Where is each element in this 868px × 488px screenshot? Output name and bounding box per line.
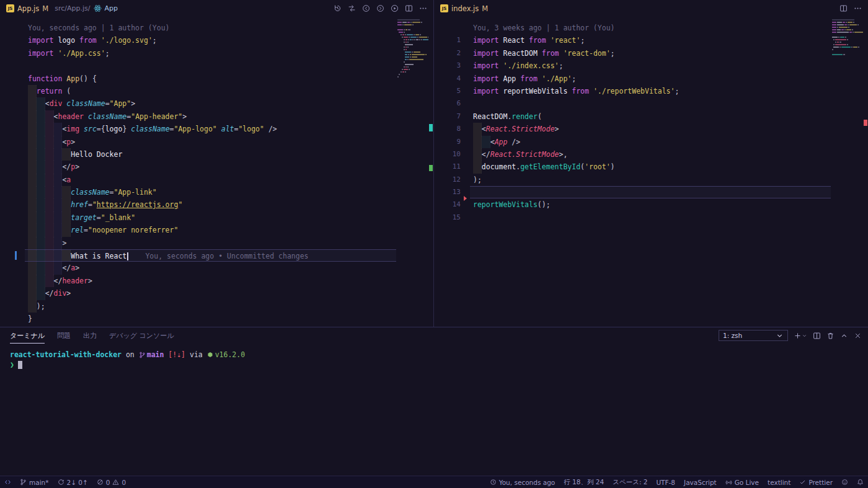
indentation-button[interactable]: スペース: 2: [608, 476, 652, 488]
app-js-line-13[interactable]: className="App-link": [0, 186, 396, 198]
problems-status-button[interactable]: 0 0: [92, 476, 130, 488]
app-js-line-1[interactable]: import logo from './logo.svg';: [0, 34, 396, 47]
minimap-left[interactable]: [396, 17, 428, 327]
index-js-line-15[interactable]: 15: [434, 211, 831, 224]
split-terminal-button[interactable]: [813, 332, 821, 340]
app-js-line-14[interactable]: href="https://reactjs.org": [0, 198, 396, 211]
gutter[interactable]: 8: [434, 123, 470, 135]
run-file-icon[interactable]: [391, 4, 399, 12]
remote-indicator-button[interactable]: [0, 476, 16, 488]
app-js-line-19[interactable]: </a>: [0, 262, 396, 274]
more-actions-icon[interactable]: [419, 4, 427, 12]
app-js-line-17[interactable]: >: [0, 237, 396, 249]
gutter[interactable]: [0, 97, 25, 110]
panel-tab-0[interactable]: ターミナル: [10, 327, 45, 344]
gutter[interactable]: [0, 22, 25, 34]
gutter[interactable]: [434, 22, 470, 34]
gutter[interactable]: 13: [434, 186, 470, 198]
gutter[interactable]: [0, 313, 25, 325]
blame-status-button[interactable]: You, seconds ago: [485, 476, 560, 488]
index-js-line-13[interactable]: 13: [434, 186, 831, 198]
textlint-status-button[interactable]: textlint: [763, 476, 795, 488]
index-js-line-9[interactable]: 9<App />: [434, 136, 831, 148]
breadcrumb-symbol[interactable]: App: [105, 4, 118, 12]
gutter[interactable]: [0, 85, 25, 97]
code-area-app-js[interactable]: You, seconds ago | 1 author (You)import …: [0, 17, 396, 327]
app-js-line-3[interactable]: [0, 60, 396, 72]
breadcrumb-path[interactable]: src/App.js/: [55, 4, 90, 12]
git-deleted-lines-marker[interactable]: [464, 196, 467, 201]
index-js-line-4[interactable]: 4import App from './App';: [434, 73, 831, 85]
breadcrumb[interactable]: src/App.js/ App: [55, 4, 118, 12]
gutter[interactable]: [0, 161, 25, 173]
app-js-line-15[interactable]: target="_blank": [0, 211, 396, 224]
index-js-line-7[interactable]: 7ReactDOM.render(: [434, 110, 831, 123]
gutter[interactable]: [0, 287, 25, 299]
close-panel-button[interactable]: [854, 332, 862, 340]
app-js-line-22[interactable]: );: [0, 300, 396, 313]
go-live-button[interactable]: Go Live: [721, 476, 763, 488]
app-js-line-8[interactable]: <img src={logo} className="App-logo" alt…: [0, 123, 396, 135]
gutter[interactable]: 3: [434, 60, 470, 72]
tab-app-js[interactable]: JS App.js M: [6, 4, 48, 13]
gutter[interactable]: [0, 275, 25, 287]
prettier-status-button[interactable]: Prettier: [795, 476, 837, 488]
gutter[interactable]: 9: [434, 136, 470, 148]
gutter[interactable]: [0, 136, 25, 148]
timeline-icon[interactable]: [334, 4, 342, 12]
gutter[interactable]: 12: [434, 174, 470, 186]
gutter[interactable]: [0, 60, 25, 72]
gutter[interactable]: [0, 73, 25, 85]
split-editor-icon[interactable]: [405, 4, 413, 12]
index-js-line-3[interactable]: 3import './index.css';: [434, 60, 831, 72]
index-js-line-6[interactable]: 6: [434, 97, 831, 110]
gutter[interactable]: [0, 47, 25, 60]
language-mode-button[interactable]: JavaScript: [680, 476, 721, 488]
notifications-button[interactable]: [852, 476, 868, 488]
app-js-line-21[interactable]: </div>: [0, 287, 396, 299]
app-js-line-4[interactable]: function App() {: [0, 73, 396, 85]
terminal[interactable]: react-tutorial-with-docker on main [!⇣] …: [0, 344, 868, 476]
terminal-input-line[interactable]: ❯: [10, 360, 868, 370]
tab-index-js[interactable]: JS index.js M: [440, 4, 488, 13]
gutter[interactable]: 4: [434, 73, 470, 85]
gutter[interactable]: 6: [434, 97, 470, 110]
gutter[interactable]: [0, 34, 25, 47]
gutter[interactable]: 5: [434, 85, 470, 97]
feedback-button[interactable]: [837, 476, 852, 488]
gutter[interactable]: [0, 186, 25, 198]
gutter[interactable]: [0, 110, 25, 123]
app-js-line-12[interactable]: <a: [0, 174, 396, 186]
gutter[interactable]: 15: [434, 211, 470, 224]
app-js-line-11[interactable]: </p>: [0, 161, 396, 173]
code-area-index-js[interactable]: You, 3 weeks ago | 1 author (You)1import…: [434, 17, 831, 327]
gutter[interactable]: [0, 262, 25, 274]
index-js-line-5[interactable]: 5import reportWebVitals from './reportWe…: [434, 85, 831, 97]
gutter[interactable]: [0, 211, 25, 224]
gutter[interactable]: [0, 174, 25, 186]
index-js-line-10[interactable]: 10</React.StrictMode>,: [434, 148, 831, 161]
app-js-line-9[interactable]: <p>: [0, 136, 396, 148]
app-js-line-7[interactable]: <header className="App-header">: [0, 110, 396, 123]
gutter[interactable]: [0, 148, 25, 161]
gutter[interactable]: [0, 237, 25, 249]
app-js-line-18[interactable]: What is ReactYou, seconds ago • Uncommit…: [0, 249, 396, 262]
index-js-line-8[interactable]: 8<React.StrictMode>: [434, 123, 831, 135]
index-js-line-12[interactable]: 12);: [434, 174, 831, 186]
sync-status-button[interactable]: 2↓ 0↑: [53, 476, 92, 488]
app-js-line-23[interactable]: }: [0, 313, 396, 325]
app-js-line-16[interactable]: rel="noopener noreferrer": [0, 224, 396, 236]
new-terminal-button[interactable]: [794, 332, 807, 340]
index-js-line-1[interactable]: 1import React from 'react';: [434, 34, 831, 47]
gutter[interactable]: 7: [434, 110, 470, 123]
kill-terminal-button[interactable]: [826, 332, 835, 340]
gutter[interactable]: [0, 300, 25, 313]
panel-tab-3[interactable]: デバッグ コンソール: [109, 327, 174, 344]
app-js-line-2[interactable]: import './App.css';: [0, 47, 396, 60]
open-changes-icon[interactable]: [348, 4, 356, 12]
previous-change-icon[interactable]: [362, 4, 370, 12]
gutter[interactable]: [0, 224, 25, 236]
gutter[interactable]: [0, 198, 25, 211]
index-js-line-0[interactable]: You, 3 weeks ago | 1 author (You): [434, 22, 831, 34]
index-js-line-11[interactable]: 11document.getElementById('root'): [434, 161, 831, 173]
